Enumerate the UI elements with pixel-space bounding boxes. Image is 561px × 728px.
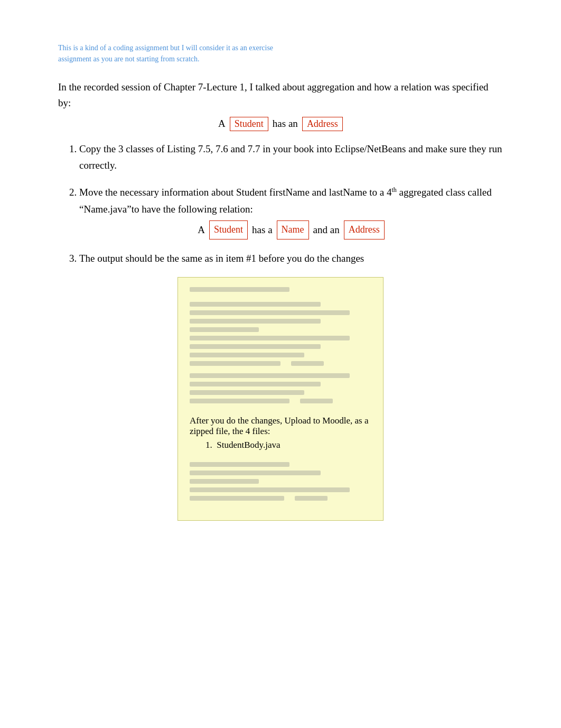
code-line	[300, 399, 333, 403]
file-1: StudentBody.java	[217, 440, 280, 450]
code-line	[190, 353, 304, 357]
intro-line1: This is a kind of a coding assignment bu…	[58, 44, 273, 52]
code-line	[190, 479, 259, 484]
relation1-prefix: A	[218, 118, 226, 130]
item1-text: Copy the 3 classes of Listing 7.5, 7.6 a…	[79, 143, 502, 171]
relation-1: A Student has an Address	[58, 117, 503, 131]
code-line	[190, 327, 259, 332]
relation2-prefix: A	[198, 222, 205, 238]
code-line	[291, 361, 324, 366]
code-line	[190, 373, 350, 378]
intro-note: This is a kind of a coding assignment bu…	[58, 42, 503, 64]
code-line	[190, 382, 321, 386]
upload-text: After you do the changes, Upload to Mood…	[190, 416, 371, 437]
main-paragraph: In the recorded session of Chapter 7-Lec…	[58, 79, 503, 112]
student-box-2: Student	[209, 220, 248, 239]
code-line	[190, 487, 350, 492]
student-box-1: Student	[230, 117, 268, 131]
intro-line2: assignment as you are not starting from …	[58, 55, 199, 63]
sup-th: th	[391, 186, 396, 193]
relation2-connector2: and an	[313, 222, 340, 238]
paragraph1-text: In the recorded session of Chapter 7-Lec…	[58, 81, 489, 108]
item3-text: The output should be the same as in item…	[79, 253, 364, 264]
code-line	[190, 287, 289, 292]
relation1-connector: has an	[273, 118, 298, 130]
code-line	[190, 496, 284, 501]
relation2-connector: has a	[252, 222, 273, 238]
address-box-2: Address	[344, 220, 385, 239]
code-line	[295, 496, 328, 501]
code-line	[190, 302, 321, 307]
code-line	[190, 344, 321, 349]
code-line	[190, 336, 350, 340]
code-line	[190, 319, 321, 324]
list-item-3: The output should be the same as in item…	[79, 250, 503, 266]
code-line	[190, 462, 289, 467]
code-line	[190, 310, 350, 315]
list-item-1: Copy the 3 classes of Listing 7.5, 7.6 a…	[79, 141, 503, 174]
files-list: 1. StudentBody.java	[205, 440, 371, 450]
code-block-image: After you do the changes, Upload to Mood…	[177, 277, 384, 521]
code-line	[190, 399, 289, 403]
address-box-1: Address	[302, 117, 343, 131]
list-item-2: Move the necessary information about Stu…	[79, 184, 503, 239]
item2-text-part1: Move the necessary information about Stu…	[79, 187, 391, 198]
relation-2: A Student has a Name and an Address	[79, 220, 503, 239]
main-list: Copy the 3 classes of Listing 7.5, 7.6 a…	[79, 141, 503, 266]
code-line	[190, 390, 304, 395]
name-box: Name	[277, 220, 309, 239]
code-line	[190, 361, 280, 366]
code-line	[190, 471, 321, 475]
